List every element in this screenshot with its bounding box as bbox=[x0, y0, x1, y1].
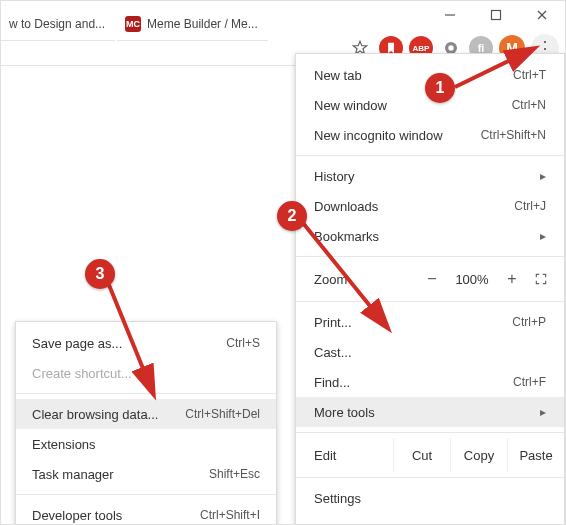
menu-label: Cast... bbox=[314, 345, 546, 360]
menu-separator bbox=[296, 432, 564, 433]
tab-title: Meme Builder / Me... bbox=[147, 17, 258, 31]
menu-label: Zoom bbox=[314, 272, 412, 287]
menu-label: Print... bbox=[314, 315, 512, 330]
menu-item-history[interactable]: History ▸ bbox=[296, 161, 564, 191]
submenu-item-save-page[interactable]: Save page as... Ctrl+S bbox=[16, 328, 276, 358]
menu-shortcut: Ctrl+T bbox=[513, 68, 546, 82]
edit-cut-button[interactable]: Cut bbox=[393, 438, 450, 472]
menu-label: History bbox=[314, 169, 532, 184]
chevron-right-icon: ▸ bbox=[540, 405, 546, 419]
menu-item-find[interactable]: Find... Ctrl+F bbox=[296, 367, 564, 397]
menu-separator bbox=[16, 393, 276, 394]
window-maximize-button[interactable] bbox=[473, 1, 519, 29]
tab-favicon: MC bbox=[125, 16, 141, 32]
menu-item-new-incognito[interactable]: New incognito window Ctrl+Shift+N bbox=[296, 120, 564, 150]
menu-shortcut: Ctrl+Shift+I bbox=[200, 508, 260, 522]
edit-paste-button[interactable]: Paste bbox=[507, 438, 564, 472]
toolbar-divider bbox=[1, 65, 301, 66]
menu-shortcut: Shift+Esc bbox=[209, 467, 260, 481]
submenu-item-clear-browsing-data[interactable]: Clear browsing data... Ctrl+Shift+Del bbox=[16, 399, 276, 429]
menu-item-cast[interactable]: Cast... bbox=[296, 337, 564, 367]
menu-label: Edit bbox=[314, 448, 393, 463]
chevron-right-icon: ▸ bbox=[540, 229, 546, 243]
menu-label: New tab bbox=[314, 68, 513, 83]
window-close-button[interactable] bbox=[519, 1, 565, 29]
svg-point-5 bbox=[448, 45, 453, 50]
menu-separator bbox=[296, 477, 564, 478]
fullscreen-icon[interactable] bbox=[532, 270, 550, 288]
menu-item-settings[interactable]: Settings bbox=[296, 483, 564, 513]
annotation-badge-2: 2 bbox=[277, 201, 307, 231]
menu-label: Save page as... bbox=[32, 336, 226, 351]
submenu-item-extensions[interactable]: Extensions bbox=[16, 429, 276, 459]
menu-shortcut: Ctrl+Shift+Del bbox=[185, 407, 260, 421]
menu-separator bbox=[16, 494, 276, 495]
window-minimize-button[interactable] bbox=[427, 1, 473, 29]
menu-item-downloads[interactable]: Downloads Ctrl+J bbox=[296, 191, 564, 221]
submenu-item-developer-tools[interactable]: Developer tools Ctrl+Shift+I bbox=[16, 500, 276, 525]
browser-tab[interactable]: MC Meme Builder / Me... bbox=[117, 7, 268, 41]
menu-shortcut: Ctrl+Shift+N bbox=[481, 128, 546, 142]
menu-label: Developer tools bbox=[32, 508, 200, 523]
menu-item-more-tools[interactable]: More tools ▸ bbox=[296, 397, 564, 427]
menu-item-print[interactable]: Print... Ctrl+P bbox=[296, 307, 564, 337]
annotation-badge-3: 3 bbox=[85, 259, 115, 289]
submenu-item-task-manager[interactable]: Task manager Shift+Esc bbox=[16, 459, 276, 489]
menu-separator bbox=[296, 256, 564, 257]
zoom-value: 100% bbox=[452, 272, 492, 287]
menu-edit-row: Edit Cut Copy Paste bbox=[296, 438, 564, 472]
menu-label: Help bbox=[314, 521, 532, 526]
menu-shortcut: Ctrl+S bbox=[226, 336, 260, 350]
chevron-right-icon: ▸ bbox=[540, 521, 546, 525]
menu-label: Downloads bbox=[314, 199, 514, 214]
svg-rect-1 bbox=[492, 11, 501, 20]
menu-label: New incognito window bbox=[314, 128, 481, 143]
zoom-in-button[interactable]: + bbox=[502, 270, 522, 288]
menu-shortcut: Ctrl+N bbox=[512, 98, 546, 112]
menu-separator bbox=[296, 155, 564, 156]
chrome-main-menu: New tab Ctrl+T New window Ctrl+N New inc… bbox=[295, 53, 565, 525]
menu-zoom-row: Zoom − 100% + bbox=[296, 262, 564, 296]
browser-tab[interactable]: w to Design and... bbox=[1, 7, 115, 41]
menu-label: Create shortcut... bbox=[32, 366, 260, 381]
menu-item-bookmarks[interactable]: Bookmarks ▸ bbox=[296, 221, 564, 251]
zoom-out-button[interactable]: − bbox=[422, 270, 442, 288]
annotation-badge-1: 1 bbox=[425, 73, 455, 103]
more-tools-submenu: Save page as... Ctrl+S Create shortcut..… bbox=[15, 321, 277, 525]
screenshot-stage: w to Design and... MC Meme Builder / Me.… bbox=[0, 0, 566, 525]
tab-strip: w to Design and... MC Meme Builder / Me.… bbox=[1, 7, 268, 41]
edit-copy-button[interactable]: Copy bbox=[450, 438, 507, 472]
menu-label: Task manager bbox=[32, 467, 209, 482]
chevron-right-icon: ▸ bbox=[540, 169, 546, 183]
menu-shortcut: Ctrl+J bbox=[514, 199, 546, 213]
tab-title: w to Design and... bbox=[9, 17, 105, 31]
menu-separator bbox=[296, 301, 564, 302]
menu-label: Find... bbox=[314, 375, 513, 390]
menu-label: Bookmarks bbox=[314, 229, 532, 244]
menu-label: Clear browsing data... bbox=[32, 407, 185, 422]
menu-label: Settings bbox=[314, 491, 546, 506]
window-controls bbox=[427, 1, 565, 29]
menu-label: New window bbox=[314, 98, 512, 113]
menu-label: More tools bbox=[314, 405, 532, 420]
menu-shortcut: Ctrl+P bbox=[512, 315, 546, 329]
menu-item-help[interactable]: Help ▸ bbox=[296, 513, 564, 525]
submenu-item-create-shortcut: Create shortcut... bbox=[16, 358, 276, 388]
menu-label: Extensions bbox=[32, 437, 260, 452]
menu-shortcut: Ctrl+F bbox=[513, 375, 546, 389]
